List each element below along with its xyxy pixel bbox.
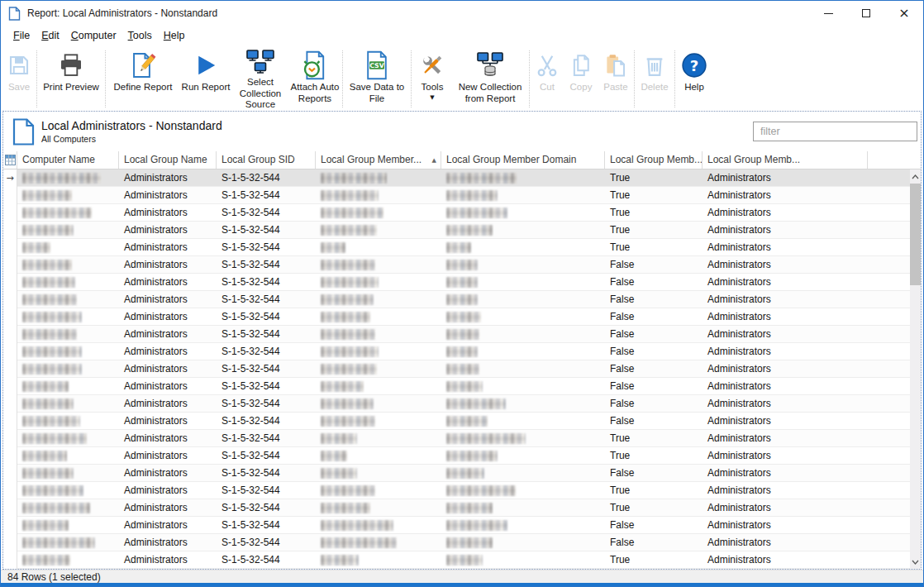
cell-member-group: Administrators <box>703 430 868 447</box>
cell-local-group-name: Administrators <box>119 482 217 499</box>
new-collection-from-report-button[interactable]: New Collection from Report <box>452 47 528 111</box>
run-report-button[interactable]: Run Report <box>179 47 232 111</box>
redacted-text <box>22 537 95 548</box>
save-button[interactable]: Save <box>2 47 36 111</box>
table-row[interactable]: AdministratorsS-1-5-32-544TrueAdministra… <box>3 239 921 256</box>
cell-member-domain <box>441 378 605 395</box>
save-data-to-file-button[interactable]: CSV Save Data to File <box>344 47 410 111</box>
table-row[interactable]: AdministratorsS-1-5-32-544FalseAdministr… <box>3 534 921 551</box>
cut-button[interactable]: Cut <box>531 47 564 111</box>
row-selector-cell <box>3 291 17 308</box>
menu-computer[interactable]: Computer <box>65 28 122 43</box>
table-row[interactable]: AdministratorsS-1-5-32-544TrueAdministra… <box>3 447 921 465</box>
scroll-down-arrow[interactable] <box>910 555 921 569</box>
table-row[interactable]: AdministratorsS-1-5-32-544TrueAdministra… <box>3 482 921 499</box>
redacted-text <box>446 520 507 531</box>
table-row[interactable]: AdministratorsS-1-5-32-544TrueAdministra… <box>3 430 921 447</box>
row-selector-cell <box>3 343 17 360</box>
filter-input[interactable] <box>753 122 917 141</box>
column-header-member-group[interactable]: Local Group Memb... <box>703 151 868 169</box>
scroll-up-arrow[interactable] <box>910 169 921 184</box>
cell-local-group-sid: S-1-5-32-544 <box>217 465 316 482</box>
cell-computer-name <box>17 326 119 343</box>
cell-computer-name <box>17 534 119 551</box>
print-preview-button[interactable]: Print Preview <box>38 47 104 111</box>
attach-auto-reports-button[interactable]: Attach Auto Reports <box>288 47 341 111</box>
table-row[interactable]: AdministratorsS-1-5-32-544FalseAdministr… <box>3 326 921 343</box>
row-count-status: 84 Rows (1 selected) <box>7 571 101 583</box>
cell-member-flag: False <box>605 343 703 360</box>
maximize-button[interactable] <box>847 1 885 26</box>
report-document-icon <box>12 118 35 146</box>
help-button[interactable]: ? Help <box>676 47 712 111</box>
column-header-local-group-member[interactable]: Local Group Member... ▲ <box>316 151 441 169</box>
menu-file[interactable]: File <box>7 28 36 43</box>
column-header-member-domain[interactable]: Local Group Member Domain <box>441 151 605 169</box>
cell-local-group-member <box>316 482 441 499</box>
cell-local-group-sid: S-1-5-32-544 <box>217 187 316 204</box>
vertical-scrollbar[interactable] <box>910 169 921 569</box>
redacted-text <box>446 485 516 496</box>
app-window: Report: Local Administrators - Nonstanda… <box>0 0 924 587</box>
table-row[interactable]: AdministratorsS-1-5-32-544TrueAdministra… <box>3 204 921 222</box>
delete-button[interactable]: Delete <box>636 47 674 111</box>
minimize-button[interactable] <box>809 1 847 26</box>
table-row[interactable]: AdministratorsS-1-5-32-544FalseAdministr… <box>3 413 921 430</box>
redacted-text <box>446 312 481 322</box>
cell-member-domain <box>441 517 605 534</box>
table-row[interactable]: AdministratorsS-1-5-32-544FalseAdministr… <box>3 465 921 482</box>
redacted-text <box>321 329 375 340</box>
table-row[interactable]: AdministratorsS-1-5-32-544TrueAdministra… <box>3 222 921 239</box>
cell-computer-name <box>17 517 119 534</box>
report-panel: Local Administrators - Nonstandard All C… <box>2 111 922 570</box>
column-header-local-group-sid[interactable]: Local Group SID <box>217 151 316 169</box>
cell-member-flag: True <box>605 482 703 499</box>
table-row[interactable]: →AdministratorsS-1-5-32-544TrueAdministr… <box>3 169 921 187</box>
table-row[interactable]: AdministratorsS-1-5-32-544FalseAdministr… <box>3 343 921 360</box>
redacted-text <box>22 520 69 531</box>
table-row[interactable]: AdministratorsS-1-5-32-544FalseAdministr… <box>3 256 921 274</box>
scrollbar-thumb[interactable] <box>910 184 921 285</box>
table-row[interactable]: AdministratorsS-1-5-32-544FalseAdministr… <box>3 274 921 291</box>
paste-button[interactable]: Paste <box>598 47 633 111</box>
window-bottom-accent <box>1 583 923 586</box>
column-header-local-group-name[interactable]: Local Group Name <box>119 151 217 169</box>
redacted-text <box>22 503 90 513</box>
table-row[interactable]: AdministratorsS-1-5-32-544TrueAdministra… <box>3 499 921 517</box>
column-header-member-flag[interactable]: Local Group Memb... <box>605 151 703 169</box>
cell-member-group: Administrators <box>703 499 868 517</box>
define-report-button[interactable]: Define Report <box>107 47 179 111</box>
cell-member-group: Administrators <box>703 291 868 308</box>
cell-local-group-sid: S-1-5-32-544 <box>217 326 316 343</box>
copy-button[interactable]: Copy <box>564 47 598 111</box>
menu-edit[interactable]: Edit <box>36 28 65 43</box>
table-row[interactable]: AdministratorsS-1-5-32-544FalseAdministr… <box>3 360 921 378</box>
table-row[interactable]: AdministratorsS-1-5-32-544FalseAdministr… <box>3 308 921 326</box>
table-row[interactable]: AdministratorsS-1-5-32-544TrueAdministra… <box>3 551 921 569</box>
redacted-text <box>321 537 397 548</box>
table-row[interactable]: AdministratorsS-1-5-32-544FalseAdministr… <box>3 291 921 308</box>
toolbar-separator <box>411 50 412 107</box>
select-all-corner-cell[interactable] <box>3 151 17 169</box>
close-button[interactable]: × <box>885 1 923 26</box>
row-selector-cell <box>3 551 17 569</box>
row-selector-cell <box>3 360 17 378</box>
table-row[interactable]: AdministratorsS-1-5-32-544TrueAdministra… <box>3 187 921 204</box>
table-row[interactable]: AdministratorsS-1-5-32-544FalseAdministr… <box>3 378 921 395</box>
redacted-text <box>446 225 493 236</box>
column-header-computer-name[interactable]: Computer Name <box>17 151 119 169</box>
table-row[interactable]: AdministratorsS-1-5-32-544FalseAdministr… <box>3 517 921 534</box>
cell-local-group-name: Administrators <box>119 169 217 187</box>
redacted-text <box>446 451 498 461</box>
redacted-text <box>321 225 377 236</box>
cell-computer-name <box>17 239 119 256</box>
menu-tools[interactable]: Tools <box>122 28 158 43</box>
cell-local-group-sid: S-1-5-32-544 <box>217 482 316 499</box>
redacted-text <box>321 503 370 513</box>
row-selector-cell <box>3 308 17 326</box>
menu-help[interactable]: Help <box>158 28 191 43</box>
cell-member-domain <box>441 447 605 465</box>
select-collection-source-button[interactable]: Select Collection Source <box>232 47 288 111</box>
table-row[interactable]: AdministratorsS-1-5-32-544FalseAdministr… <box>3 395 921 413</box>
tools-button[interactable]: Tools ▼ <box>412 47 452 111</box>
